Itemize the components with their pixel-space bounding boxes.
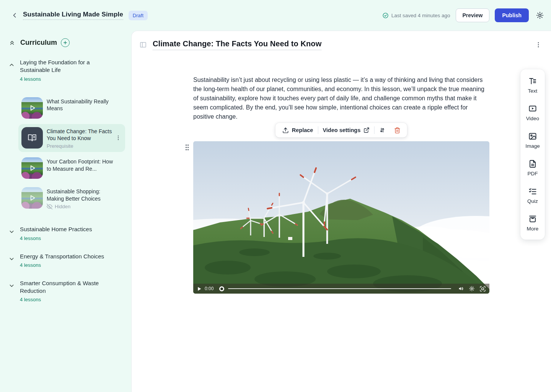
- video-time: 0:00: [205, 286, 215, 291]
- preview-button[interactable]: Preview: [456, 8, 490, 22]
- quiz-checklist-icon: [528, 187, 537, 196]
- insert-video-button[interactable]: Video: [526, 104, 539, 121]
- chevron-down-icon[interactable]: [8, 283, 15, 289]
- lesson-video-thumbnail: [21, 97, 43, 119]
- lesson-item-what-sustainability[interactable]: What Sustainability Really Means: [18, 94, 125, 122]
- play-icon: [21, 157, 43, 179]
- chevron-left-icon: [11, 11, 18, 19]
- video-block-toolbar: Replace Video settings: [276, 123, 407, 137]
- section-title: Laying the Foundation for a Sustainable …: [20, 59, 108, 74]
- lesson-item-carbon-footprint[interactable]: Your Carbon Footprint: How to Measure an…: [18, 154, 125, 182]
- last-saved-status: Last saved 4 minutes ago: [382, 12, 450, 19]
- volume-button[interactable]: [458, 286, 464, 292]
- lesson-title: Sustainable Shopping: Making Better Choi…: [47, 188, 116, 202]
- fullscreen-icon: [479, 286, 486, 292]
- section-lesson-count: 4 lessons: [20, 76, 108, 82]
- image-icon: [528, 132, 537, 141]
- settings-button[interactable]: [536, 11, 544, 20]
- player-settings-button[interactable]: [469, 286, 475, 292]
- insert-more-button[interactable]: More: [527, 214, 539, 232]
- chevron-down-icon[interactable]: [8, 256, 15, 262]
- drag-handle[interactable]: [185, 144, 189, 151]
- lesson-reading-thumbnail: [21, 127, 43, 149]
- video-progress-track[interactable]: [228, 288, 451, 289]
- chevron-down-icon[interactable]: [8, 229, 15, 235]
- insert-pdf-label: PDF: [528, 171, 538, 176]
- video-control-bar: 0:00: [193, 284, 489, 294]
- lesson-video-thumbnail: [21, 157, 43, 179]
- section-lesson-count: 4 lessons: [20, 235, 92, 241]
- curriculum-heading: Curriculum: [20, 39, 57, 47]
- section-title: Smarter Consumption & Waste Reduction: [20, 279, 108, 295]
- toggle-sidebar-button[interactable]: [139, 41, 147, 49]
- lesson-intro-paragraph[interactable]: Sustainability isn’t just about recyclin…: [193, 75, 489, 121]
- fullscreen-button[interactable]: [479, 286, 486, 292]
- play-icon: [21, 97, 43, 119]
- last-saved-text: Last saved 4 minutes ago: [391, 13, 450, 18]
- panel-left-icon: [139, 41, 147, 49]
- gear-icon: [469, 286, 475, 292]
- upload-icon: [282, 127, 289, 134]
- plus-icon: [63, 40, 68, 45]
- status-badge: Draft: [129, 11, 148, 20]
- sort-arrows-icon: [379, 127, 386, 134]
- course-title[interactable]: Sustainable Living Made Simple: [23, 11, 123, 20]
- external-link-icon: [364, 127, 370, 133]
- video-player[interactable]: 0:00: [193, 141, 489, 294]
- insert-pdf-button[interactable]: PDF: [528, 159, 538, 176]
- publish-button[interactable]: Publish: [495, 8, 529, 22]
- video-frame-image: [193, 141, 489, 294]
- lesson-video-thumbnail: [21, 187, 43, 209]
- collapse-all-button[interactable]: [8, 39, 16, 46]
- replace-video-button[interactable]: Replace: [278, 123, 318, 137]
- section-lesson-count: 4 lessons: [20, 262, 104, 268]
- trash-icon: [394, 127, 401, 134]
- chevron-up-icon[interactable]: [8, 62, 15, 68]
- gear-icon: [536, 11, 544, 20]
- curriculum-sidebar: Curriculum Laying the Foundation for a S…: [0, 31, 131, 392]
- video-icon: [528, 104, 537, 113]
- kebab-vertical-icon: [535, 41, 542, 48]
- insert-more-label: More: [527, 226, 539, 232]
- eye-off-icon: [47, 204, 52, 209]
- lesson-list: What Sustainability Really Means Climate…: [0, 86, 131, 213]
- insert-image-label: Image: [525, 143, 540, 149]
- play-button[interactable]: [197, 286, 202, 291]
- section-title: Energy & Transportation Choices: [20, 253, 104, 260]
- lesson-hidden-label: Hidden: [55, 204, 70, 209]
- section-lesson-count: 4 lessons: [20, 297, 108, 302]
- section-header[interactable]: Smarter Consumption & Waste Reduction 4 …: [0, 279, 131, 303]
- add-section-button[interactable]: [61, 38, 70, 47]
- replace-label: Replace: [292, 127, 313, 133]
- video-block: Replace Video settings: [193, 141, 489, 294]
- lesson-menu-button[interactable]: [535, 41, 542, 48]
- chevrons-up-icon: [8, 39, 16, 46]
- insert-quiz-button[interactable]: Quiz: [527, 187, 538, 204]
- insert-text-button[interactable]: Text: [528, 77, 538, 94]
- section-header[interactable]: Sustainable Home Practices 4 lessons: [0, 225, 131, 241]
- section-header[interactable]: Energy & Transportation Choices 4 lesson…: [0, 253, 131, 268]
- archive-more-icon: [528, 214, 537, 224]
- video-settings-button[interactable]: Video settings: [318, 123, 374, 137]
- lesson-item-sustainable-shopping[interactable]: Sustainable Shopping: Making Better Choi…: [18, 184, 125, 212]
- pdf-file-icon: [528, 159, 537, 168]
- move-block-button[interactable]: [375, 123, 390, 137]
- lesson-title: What Sustainability Really Means: [47, 98, 116, 112]
- lesson-item-climate-change[interactable]: Climate Change: The Facts You Need to Kn…: [18, 124, 125, 152]
- video-scrubber-handle[interactable]: [219, 286, 224, 291]
- lesson-prerequisite-label: Prerequisite: [47, 143, 122, 149]
- play-icon: [21, 187, 43, 209]
- insert-text-label: Text: [528, 88, 538, 94]
- kebab-vertical-icon: [115, 135, 121, 141]
- section-header[interactable]: Laying the Foundation for a Sustainable …: [0, 59, 131, 82]
- lesson-page-title[interactable]: Climate Change: The Facts You Need to Kn…: [153, 39, 321, 50]
- lesson-title: Climate Change: The Facts You Need to Kn…: [47, 128, 116, 142]
- lesson-editor-panel: Climate Change: The Facts You Need to Kn…: [131, 31, 551, 392]
- back-button[interactable]: [9, 10, 20, 21]
- lesson-menu-button[interactable]: [115, 135, 121, 141]
- text-icon: [528, 77, 537, 86]
- check-circle-icon: [382, 12, 389, 19]
- section-title: Sustainable Home Practices: [20, 225, 92, 233]
- delete-block-button[interactable]: [390, 123, 405, 137]
- insert-image-button[interactable]: Image: [525, 132, 540, 149]
